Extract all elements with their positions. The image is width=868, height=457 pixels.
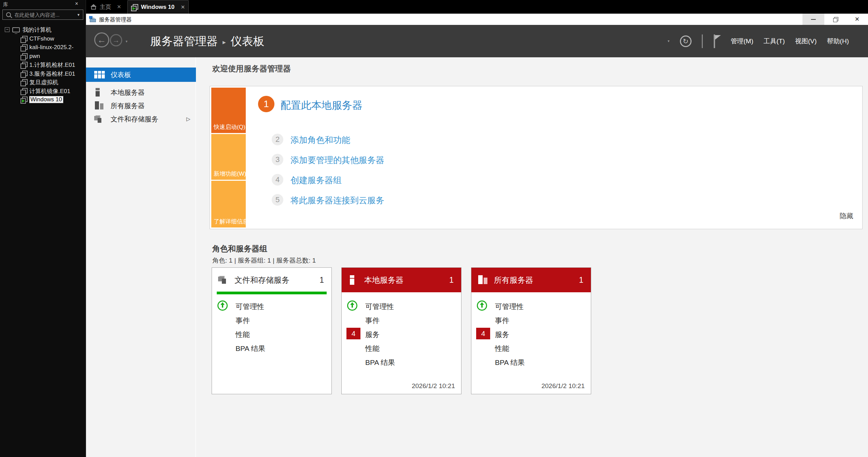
status-ok-bar <box>217 292 327 294</box>
back-button[interactable]: ← <box>94 32 109 47</box>
last-refresh-timestamp: 2026/1/2 10:21 <box>412 382 455 390</box>
library-close-icon[interactable]: × <box>75 1 78 7</box>
add-roles-features-link[interactable]: 添加角色和功能 <box>290 134 350 146</box>
collapse-icon[interactable]: − <box>5 27 10 32</box>
vm-running-icon <box>131 4 138 10</box>
card-row-events[interactable]: 事件 <box>342 313 461 327</box>
card-row-events[interactable]: 事件 <box>471 313 591 327</box>
tree-item[interactable]: kali-linux-2025.2- <box>0 43 86 51</box>
card-row-performance[interactable]: 性能 <box>342 341 461 355</box>
refresh-icon[interactable]: ↻ <box>680 35 692 47</box>
menu-tools[interactable]: 工具(T) <box>764 37 785 46</box>
vm-viewer-area: 主页 ✕ Windows 10 ✕ 服务器管理器 ✕ ← → ▾ <box>86 0 868 457</box>
services-alert-badge[interactable]: 4 <box>346 328 360 339</box>
card-row-performance[interactable]: 性能 <box>212 327 331 341</box>
minimize-button[interactable] <box>802 14 824 25</box>
create-server-group-link[interactable]: 创建服务器组 <box>290 175 342 186</box>
card-row-manageability[interactable]: 可管理性 <box>212 299 331 313</box>
card-row-services[interactable]: 4 服务 <box>342 327 461 341</box>
screen: 库 × ▼ − 我的计算机 CTFshow kali-linux-2025.2- <box>0 0 868 457</box>
card-row-events[interactable]: 事件 <box>212 313 331 327</box>
tree-item-my-computer[interactable]: − 我的计算机 <box>0 26 86 34</box>
step-5-badge: 5 <box>272 194 283 206</box>
tree-item[interactable]: 复旦虚拟机 <box>0 78 86 86</box>
tree-item[interactable]: 1.计算机检材.E01 <box>0 61 86 69</box>
nav-item-all-servers[interactable]: 所有服务器 <box>86 100 196 112</box>
card-row-services[interactable]: 4 服务 <box>471 327 591 341</box>
roles-section-title: 角色和服务器组 <box>212 244 267 254</box>
tab-home[interactable]: 主页 ✕ <box>86 0 125 14</box>
nav-item-local-server[interactable]: 本地服务器 <box>86 87 196 98</box>
add-other-servers-link[interactable]: 添加要管理的其他服务器 <box>290 154 384 166</box>
tree-item[interactable]: 3.服务器检材.E01 <box>0 70 86 78</box>
manageability-up-icon <box>347 300 357 311</box>
card-row-manageability[interactable]: 可管理性 <box>471 299 591 313</box>
tab-home-close-icon[interactable]: ✕ <box>117 4 121 10</box>
server-count: 1 <box>449 276 454 285</box>
toolbar-caret-icon[interactable]: ▾ <box>668 39 670 43</box>
quick-start-block[interactable]: 快速启动(Q) <box>211 88 246 133</box>
toolbar-divider <box>702 34 703 48</box>
servers-icon <box>94 101 104 110</box>
breadcrumb-current: 仪表板 <box>231 34 265 49</box>
restore-button[interactable] <box>824 14 846 25</box>
vm-icon <box>20 62 27 68</box>
tree-item[interactable]: CTFshow <box>0 35 86 43</box>
tree-item[interactable]: 计算机镜像.E01 <box>0 87 86 95</box>
tab-bar: 主页 ✕ Windows 10 ✕ <box>86 0 868 14</box>
card-row-bpa[interactable]: BPA 结果 <box>342 355 461 369</box>
menu-manage[interactable]: 管理(M) <box>731 37 753 46</box>
card-file-storage-header[interactable]: 文件和存储服务 1 <box>212 268 331 292</box>
whats-new-block[interactable]: 新增功能(W) <box>211 134 246 180</box>
welcome-title: 欢迎使用服务器管理器 <box>212 63 291 74</box>
server-count: 1 <box>319 276 324 285</box>
close-button[interactable]: ✕ <box>846 14 868 25</box>
header-toolbar: ▾ ↻ 管理(M) 工具(T) 视图(V) 帮助(H) <box>668 25 849 57</box>
server-count: 1 <box>579 276 583 285</box>
folder-server-icon <box>94 115 104 123</box>
server-manager-content: 仪表板 本地服务器 所有服务器 文件和存储服务 ▷ 欢迎使用服务器管 <box>86 57 868 457</box>
search-input[interactable] <box>11 12 74 18</box>
breadcrumb-root[interactable]: 服务器管理器 <box>150 34 218 49</box>
library-title: 库 <box>3 1 8 8</box>
forward-button[interactable]: → <box>110 34 122 46</box>
card-row-bpa[interactable]: BPA 结果 <box>212 341 331 355</box>
card-row-performance[interactable]: 性能 <box>471 341 591 355</box>
step-3-badge: 3 <box>272 154 283 165</box>
card-row-manageability[interactable]: 可管理性 <box>342 299 461 313</box>
nav-item-dashboard[interactable]: 仪表板 <box>86 68 196 82</box>
search-dropdown-caret-icon[interactable]: ▼ <box>74 13 83 17</box>
learn-more-block[interactable]: 了解详细信息(L) <box>211 181 246 227</box>
services-alert-badge[interactable]: 4 <box>476 328 490 339</box>
hide-link[interactable]: 隐藏 <box>840 211 853 221</box>
server-manager-icon <box>89 16 97 23</box>
configure-local-server-link[interactable]: 配置此本地服务器 <box>281 99 362 113</box>
nav-history-caret-icon[interactable]: ▾ <box>126 39 128 44</box>
tab-windows10-close-icon[interactable]: ✕ <box>181 4 185 10</box>
server-icon <box>348 275 359 285</box>
roles-section-subtitle: 角色: 1 | 服务器组: 1 | 服务器总数: 1 <box>212 256 316 265</box>
vm-running-icon <box>20 97 27 103</box>
card-local-server: 本地服务器 1 可管理性 事件 4 服务 <box>341 267 461 394</box>
card-all-servers-header[interactable]: 所有服务器 1 <box>471 268 591 292</box>
connect-cloud-link[interactable]: 将此服务器连接到云服务 <box>290 195 384 206</box>
card-local-server-header[interactable]: 本地服务器 1 <box>342 268 461 292</box>
notifications-flag-icon[interactable] <box>713 34 721 48</box>
card-file-storage: 文件和存储服务 1 可管理性 事件 性能 <box>212 267 332 394</box>
vm-icon <box>20 88 27 94</box>
last-refresh-timestamp: 2026/1/2 10:21 <box>541 382 585 390</box>
server-manager-header: ← → ▾ 服务器管理器 ▸ 仪表板 ▾ ↻ 管理(M) 工具(T) 视图(V)… <box>86 25 868 57</box>
menu-help[interactable]: 帮助(H) <box>827 37 849 46</box>
tree-item[interactable]: pwn <box>0 52 86 60</box>
server-manager-nav: 仪表板 本地服务器 所有服务器 文件和存储服务 ▷ <box>86 57 196 457</box>
tab-windows10[interactable]: Windows 10 ✕ <box>127 0 189 14</box>
nav-item-file-storage[interactable]: 文件和存储服务 ▷ <box>86 113 196 125</box>
tree-item-windows10-selected[interactable]: Windows 10 <box>0 95 86 104</box>
vm-icon <box>20 44 27 50</box>
card-row-bpa[interactable]: BPA 结果 <box>471 355 591 369</box>
expand-right-icon[interactable]: ▷ <box>186 116 190 122</box>
role-cards: 文件和存储服务 1 可管理性 事件 性能 <box>212 267 621 397</box>
library-search-box[interactable]: ▼ <box>2 10 83 20</box>
manageability-up-icon <box>217 300 228 311</box>
menu-view[interactable]: 视图(V) <box>795 37 816 46</box>
